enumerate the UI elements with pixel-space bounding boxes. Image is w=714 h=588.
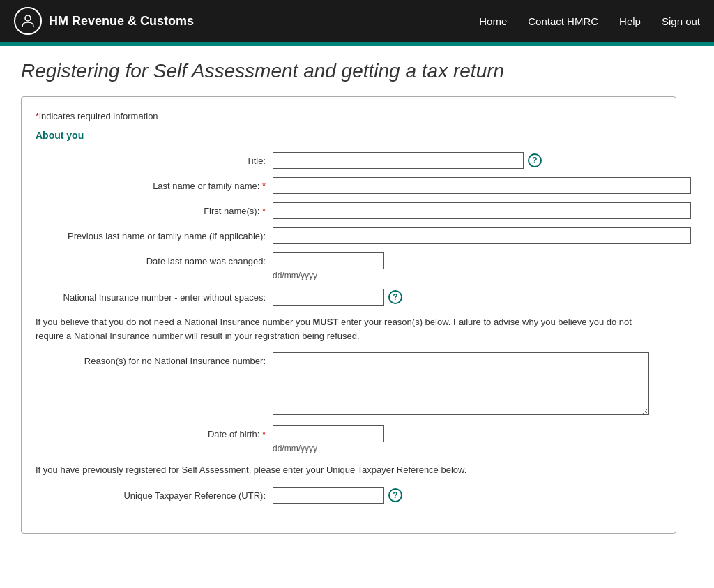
logo: HM Revenue & Customs (14, 7, 194, 35)
title-input[interactable] (273, 152, 524, 169)
ni-reason-input-group (273, 352, 649, 417)
logo-text: HM Revenue & Customs (49, 14, 194, 29)
date-changed-hint: dd/mm/yyyy (273, 271, 384, 280)
utr-input-group: ? (273, 487, 402, 504)
previous-last-name-row: Previous last name or family name (if ap… (36, 227, 662, 244)
title-label: Title: (36, 152, 273, 167)
previous-last-name-input-group (273, 227, 691, 244)
required-note: *indicates required information (36, 111, 662, 121)
ni-help-icon[interactable]: ? (388, 290, 402, 304)
title-row: Title: ? (36, 152, 662, 169)
last-name-input[interactable] (273, 177, 691, 194)
page-title: Registering for Self Assessment and gett… (21, 60, 676, 82)
ni-reason-textarea[interactable] (273, 352, 649, 415)
ni-reason-row: Reason(s) for no National Insurance numb… (36, 352, 662, 417)
last-name-label: Last name or family name: * (36, 177, 273, 193)
previous-last-name-label: Previous last name or family name (if ap… (36, 227, 273, 243)
ni-number-input-group: ? (273, 289, 402, 306)
ni-bold: MUST (312, 317, 338, 327)
date-changed-input[interactable] (273, 252, 384, 269)
dob-input[interactable] (273, 425, 384, 442)
ni-reason-label: Reason(s) for no National Insurance numb… (36, 352, 273, 368)
previous-last-name-input[interactable] (273, 227, 691, 244)
dob-hint: dd/mm/yyyy (273, 444, 384, 453)
dob-row: Date of birth: * dd/mm/yyyy (36, 425, 662, 453)
date-changed-input-group: dd/mm/yyyy (273, 252, 384, 280)
dob-label: Date of birth: * (36, 425, 273, 441)
first-name-row: First name(s): * (36, 202, 662, 219)
ni-number-row: National Insurance number - enter withou… (36, 289, 662, 306)
date-changed-label: Date last name was changed: (36, 252, 273, 268)
first-name-label: First name(s): * (36, 202, 273, 218)
title-help-icon[interactable]: ? (528, 153, 542, 167)
nav-help[interactable]: Help (619, 15, 641, 27)
first-name-input[interactable] (273, 202, 691, 219)
ni-number-label: National Insurance number - enter withou… (36, 289, 273, 304)
utr-info-text: If you have previously registered for Se… (36, 463, 662, 477)
last-name-input-group (273, 177, 691, 194)
first-name-input-group (273, 202, 691, 219)
main-nav: Home Contact HMRC Help Sign out (479, 15, 700, 27)
utr-row: Unique Taxpayer Reference (UTR): ? (36, 487, 662, 504)
nav-signout[interactable]: Sign out (662, 15, 700, 27)
utr-input[interactable] (273, 487, 384, 504)
utr-label: Unique Taxpayer Reference (UTR): (36, 487, 273, 502)
last-name-row: Last name or family name: * (36, 177, 662, 194)
logo-icon (14, 7, 42, 35)
nav-contact[interactable]: Contact HMRC (528, 15, 598, 27)
date-changed-row: Date last name was changed: dd/mm/yyyy (36, 252, 662, 280)
ni-info-text: If you believe that you do not need a Na… (36, 315, 662, 342)
title-input-group: ? (273, 152, 542, 169)
nav-home[interactable]: Home (479, 15, 507, 27)
svg-point-0 (25, 15, 31, 21)
form-container: *indicates required information About yo… (21, 96, 676, 534)
ni-number-input[interactable] (273, 289, 384, 306)
main-content: Registering for Self Assessment and gett… (0, 46, 697, 548)
required-note-text: indicates required information (39, 111, 158, 121)
utr-help-icon[interactable]: ? (388, 488, 402, 502)
site-header: HM Revenue & Customs Home Contact HMRC H… (0, 0, 714, 42)
section-heading: About you (36, 130, 662, 141)
dob-input-group: dd/mm/yyyy (273, 425, 384, 453)
